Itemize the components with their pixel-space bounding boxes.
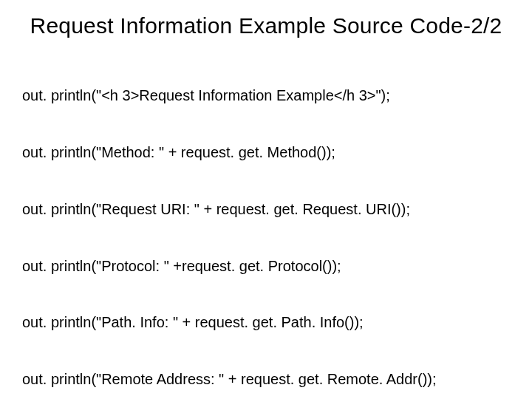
code-block-main: out. println("<h 3>Request Information E…	[22, 49, 510, 399]
slide: Request Information Example Source Code-…	[0, 0, 532, 399]
code-line: out. println("<h 3>Request Information E…	[22, 86, 510, 106]
code-line: out. println("Method: " + request. get. …	[22, 143, 510, 163]
code-line: out. println("Remote Address: " + reques…	[22, 370, 510, 389]
code-line: out. println("Request URI: " + request. …	[22, 200, 510, 219]
code-line: out. println("Protocol: " +request. get.…	[22, 257, 510, 276]
slide-title: Request Information Example Source Code-…	[22, 13, 510, 38]
code-line: out. println("Path. Info: " + request. g…	[22, 313, 510, 332]
